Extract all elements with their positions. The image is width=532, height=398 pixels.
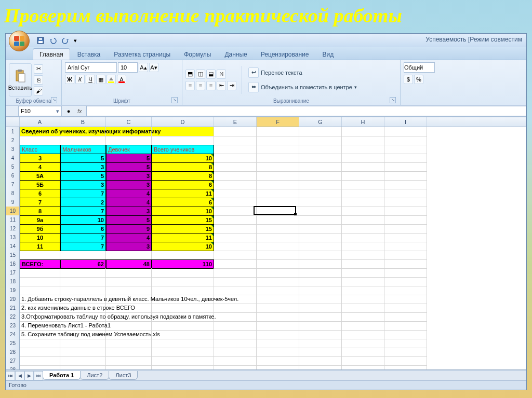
cell[interactable] xyxy=(60,356,106,366)
cell[interactable] xyxy=(384,304,427,313)
cell[interactable]: 9а xyxy=(20,215,60,225)
cell[interactable] xyxy=(60,277,106,286)
cell[interactable] xyxy=(257,251,299,260)
cell[interactable] xyxy=(384,295,427,304)
cell[interactable] xyxy=(384,348,427,357)
cell[interactable]: Всего учеников xyxy=(152,145,214,154)
cell[interactable] xyxy=(214,365,257,370)
sheet-tab[interactable]: Лист2 xyxy=(80,371,109,380)
underline-button[interactable]: Ч xyxy=(86,75,95,84)
cell[interactable] xyxy=(384,365,427,370)
decrease-indent-icon[interactable]: ⇤ xyxy=(217,81,226,90)
cell[interactable]: 11 xyxy=(152,233,214,242)
cell[interactable] xyxy=(20,348,60,357)
cell[interactable] xyxy=(257,295,299,304)
cell[interactable] xyxy=(342,312,384,322)
cell[interactable] xyxy=(342,171,384,181)
cell[interactable] xyxy=(152,304,214,313)
row-header[interactable]: 28 xyxy=(6,365,20,370)
cell[interactable]: 5 xyxy=(60,154,106,163)
sheet-nav-prev-icon[interactable]: ◀ xyxy=(15,371,24,380)
cell[interactable] xyxy=(342,145,384,154)
align-middle-icon[interactable]: ◫ xyxy=(196,70,205,79)
qat-dropdown-icon[interactable]: ▾ xyxy=(72,35,78,46)
row-header[interactable]: 25 xyxy=(6,339,20,348)
cell[interactable] xyxy=(299,224,342,234)
cell[interactable]: 3 xyxy=(106,171,152,181)
row-header[interactable]: 27 xyxy=(6,356,20,366)
redo-icon[interactable] xyxy=(60,35,71,46)
cell[interactable] xyxy=(20,286,60,295)
cell[interactable] xyxy=(60,268,106,278)
cell[interactable]: 9 xyxy=(106,224,152,234)
cell[interactable] xyxy=(299,251,342,260)
row-header[interactable]: 9 xyxy=(6,198,20,207)
cell[interactable] xyxy=(299,198,342,207)
cell[interactable] xyxy=(106,339,152,348)
cell[interactable] xyxy=(299,215,342,225)
cell[interactable] xyxy=(106,251,152,260)
column-header[interactable]: E xyxy=(214,117,257,127)
cell[interactable] xyxy=(342,277,384,286)
cell[interactable] xyxy=(257,277,299,286)
cell[interactable] xyxy=(106,286,152,295)
row-header[interactable]: 13 xyxy=(6,233,20,242)
cell[interactable] xyxy=(257,171,299,181)
cell[interactable] xyxy=(152,127,214,136)
font-dialog-icon[interactable]: ↘ xyxy=(171,97,178,103)
cell[interactable] xyxy=(299,189,342,198)
tab-insert[interactable]: Вставка xyxy=(71,49,107,60)
font-size-select[interactable] xyxy=(118,62,138,73)
cell[interactable] xyxy=(342,127,384,136)
cell[interactable] xyxy=(214,171,257,181)
cell[interactable] xyxy=(384,251,427,260)
row-header[interactable]: 14 xyxy=(6,242,20,251)
cell[interactable] xyxy=(152,277,214,286)
cell[interactable] xyxy=(384,339,427,348)
office-button[interactable] xyxy=(9,31,30,51)
column-header[interactable]: A xyxy=(20,117,60,127)
row-header[interactable]: 1 xyxy=(6,127,20,136)
cell[interactable] xyxy=(214,259,257,269)
cell[interactable] xyxy=(342,207,384,216)
cell[interactable] xyxy=(60,348,106,357)
cell[interactable] xyxy=(342,215,384,225)
cell[interactable] xyxy=(152,251,214,260)
cell[interactable] xyxy=(214,312,257,322)
row-header[interactable]: 16 xyxy=(6,259,20,269)
sheet-nav-last-icon[interactable]: ⏭ xyxy=(34,371,43,380)
cell[interactable]: 5 xyxy=(106,162,152,172)
cell[interactable] xyxy=(152,286,214,295)
cell[interactable] xyxy=(106,321,152,331)
row-header[interactable]: 23 xyxy=(6,321,20,331)
cell[interactable] xyxy=(214,268,257,278)
cell[interactable] xyxy=(257,348,299,357)
cell[interactable] xyxy=(152,365,214,370)
cell[interactable] xyxy=(214,154,257,163)
cell[interactable] xyxy=(20,365,60,370)
cell[interactable]: 10 xyxy=(20,233,60,242)
format-painter-icon[interactable]: 🖌 xyxy=(34,86,43,95)
align-center-icon[interactable]: ≡ xyxy=(196,81,205,90)
cell[interactable] xyxy=(384,242,427,251)
fx-cancel-icon[interactable]: ● xyxy=(64,106,73,116)
cell[interactable] xyxy=(384,268,427,278)
cell[interactable] xyxy=(20,356,60,366)
cell[interactable] xyxy=(214,356,257,366)
cell[interactable]: 7 xyxy=(60,233,106,242)
sheet-nav-first-icon[interactable]: ⏮ xyxy=(6,371,15,380)
cell[interactable] xyxy=(299,365,342,370)
cell[interactable] xyxy=(342,321,384,331)
cell[interactable]: 6 xyxy=(152,198,214,207)
cell[interactable] xyxy=(299,321,342,331)
cell[interactable]: 3 xyxy=(60,180,106,189)
cell[interactable]: 4. Переменовать Лист1 - Работа1 xyxy=(20,321,60,331)
cell[interactable] xyxy=(257,365,299,370)
column-header[interactable]: C xyxy=(106,117,152,127)
copy-icon[interactable]: ⎘ xyxy=(34,75,43,85)
cell[interactable]: 15 xyxy=(152,224,214,234)
cell[interactable]: 6 xyxy=(152,180,214,189)
cell[interactable]: 3 xyxy=(20,154,60,163)
cell[interactable]: 3 xyxy=(106,207,152,216)
tab-page-layout[interactable]: Разметка страницы xyxy=(108,49,177,60)
